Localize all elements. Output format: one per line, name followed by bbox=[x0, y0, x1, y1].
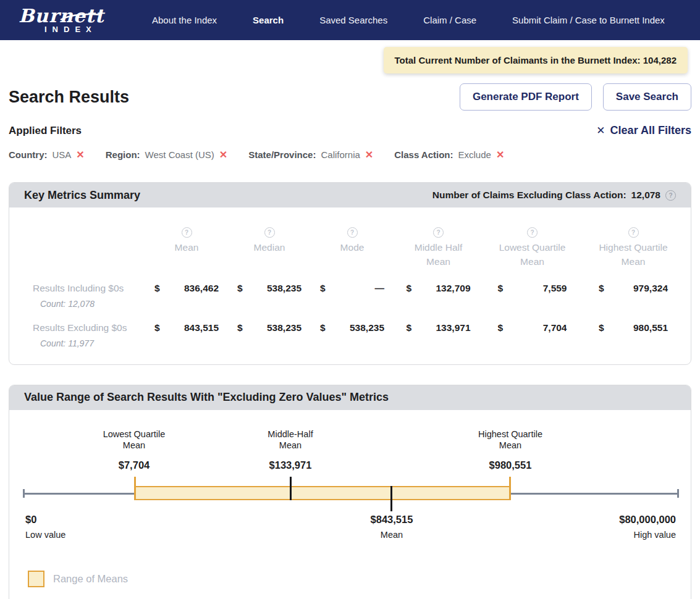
column-header-highest-quartile-mean: Highest Quartile Mean bbox=[596, 240, 670, 269]
currency-symbol: $ bbox=[599, 283, 604, 294]
filter-chip-country: Country: USA ✕ bbox=[9, 149, 85, 160]
top-nav: Burnett INDEX About the Index Search Sav… bbox=[0, 0, 700, 40]
axis-max-sub: High value bbox=[577, 530, 676, 540]
currency-symbol: $ bbox=[407, 283, 412, 294]
nav-item-submit-claim[interactable]: Submit Claim / Case to Burnett Index bbox=[512, 15, 665, 25]
filter-chip-state-province: State/Province: California ✕ bbox=[248, 149, 373, 160]
clear-all-x-icon: ✕ bbox=[596, 124, 605, 137]
column-header-median: Median bbox=[254, 240, 285, 254]
filter-label: Region: bbox=[106, 149, 140, 160]
metrics-header-row: ? Mean ? Median ? Mode ? Middle Half Mea… bbox=[22, 219, 691, 269]
column-header-middle-half-mean: Middle Half Mean bbox=[402, 240, 476, 269]
axis-min-sub: Low value bbox=[25, 530, 65, 540]
range-of-means-box bbox=[135, 486, 511, 500]
currency-symbol: $ bbox=[320, 283, 326, 294]
lowest-quartile-tick bbox=[134, 477, 136, 500]
currency-symbol: $ bbox=[498, 322, 504, 333]
claims-excluding-class-action: Number of Claims Excluding Class Action:… bbox=[432, 190, 676, 201]
marker-name: Highest Quartile Mean bbox=[476, 429, 544, 451]
cell-value-highest-quartile-mean: 980,551 bbox=[633, 322, 668, 333]
currency-symbol: $ bbox=[237, 322, 243, 333]
key-metrics-panel: Key Metrics Summary Number of Claims Exc… bbox=[9, 182, 691, 365]
currency-symbol: $ bbox=[154, 283, 160, 294]
clear-all-label: Clear All Filters bbox=[610, 124, 691, 137]
legend-label: Range of Means bbox=[53, 573, 128, 585]
filter-value: West Coast (US) bbox=[145, 149, 214, 160]
generate-pdf-report-button[interactable]: Generate PDF Report bbox=[460, 83, 592, 111]
filter-value: Exclude bbox=[458, 149, 491, 160]
filter-value: USA bbox=[53, 149, 72, 160]
mean-axis-value: $843,515 bbox=[342, 514, 441, 526]
marker-highest-quartile-mean: Highest Quartile Mean $980,551 bbox=[458, 429, 563, 471]
remove-filter-country-icon[interactable]: ✕ bbox=[76, 150, 84, 160]
mean-axis-sub: Mean bbox=[342, 530, 441, 540]
action-buttons: Generate PDF Report Save Search bbox=[460, 83, 691, 111]
range-of-means-swatch-icon bbox=[28, 571, 44, 587]
currency-symbol: $ bbox=[237, 283, 243, 294]
nav-item-saved-searches[interactable]: Saved Searches bbox=[319, 15, 387, 25]
clear-all-filters-button[interactable]: ✕ Clear All Filters bbox=[596, 124, 691, 137]
middle-half-mean-tick bbox=[290, 477, 292, 500]
marker-value: $133,971 bbox=[238, 459, 343, 471]
cell-value-median: 538,235 bbox=[267, 322, 302, 333]
filter-label: State/Province: bbox=[248, 149, 316, 160]
row-count: Count: 11,977 bbox=[40, 338, 145, 348]
page-title: Search Results bbox=[9, 88, 129, 107]
claims-help-icon[interactable]: ? bbox=[665, 190, 676, 201]
filter-chip-class-action: Class Action: Exclude ✕ bbox=[394, 149, 504, 160]
cell-value-median: 538,235 bbox=[267, 283, 302, 294]
cell-value-mode: — bbox=[375, 283, 385, 294]
row-label: Results Excluding $0s bbox=[33, 322, 145, 333]
chart-legend: Range of Means bbox=[28, 571, 128, 587]
highest-quartile-tick bbox=[509, 477, 511, 500]
column-header-mode: Mode bbox=[340, 240, 365, 254]
currency-symbol: $ bbox=[407, 322, 412, 333]
nav-item-search[interactable]: Search bbox=[253, 15, 284, 25]
mean-tick bbox=[390, 486, 392, 511]
currency-symbol: $ bbox=[320, 322, 326, 333]
applied-filters-heading: Applied Filters bbox=[9, 125, 82, 137]
claims-label: Number of Claims Excluding Class Action: bbox=[432, 190, 626, 201]
row-label: Results Including $0s bbox=[33, 283, 145, 294]
axis-max-value: $80,000,000 bbox=[577, 514, 676, 526]
mean-help-icon[interactable]: ? bbox=[182, 227, 192, 238]
save-search-button[interactable]: Save Search bbox=[603, 83, 691, 111]
value-range-panel: Value Range of Search Results With "Excl… bbox=[9, 385, 691, 599]
range-chart: Lowest Quartile Mean $7,704 Middle-Half … bbox=[9, 410, 691, 599]
table-row-excluding-zeros: Results Excluding $0s Count: 11,977 $843… bbox=[22, 322, 691, 348]
mode-help-icon[interactable]: ? bbox=[347, 227, 358, 238]
highest-quartile-mean-help-icon[interactable]: ? bbox=[628, 227, 639, 238]
marker-value: $980,551 bbox=[458, 459, 563, 471]
marker-middle-half-mean: Middle-Half Mean $133,971 bbox=[238, 429, 343, 471]
axis-cap-right bbox=[677, 489, 679, 498]
column-header-mean: Mean bbox=[175, 240, 199, 254]
filter-chips-row: Country: USA ✕ Region: West Coast (US) ✕… bbox=[9, 149, 691, 160]
filter-chip-region: Region: West Coast (US) ✕ bbox=[106, 149, 227, 160]
lowest-quartile-mean-help-icon[interactable]: ? bbox=[527, 227, 538, 238]
marker-value: $7,704 bbox=[82, 459, 187, 471]
remove-filter-class-action-icon[interactable]: ✕ bbox=[496, 150, 504, 160]
nav-item-about-the-index[interactable]: About the Index bbox=[152, 15, 217, 25]
axis-cap-left bbox=[23, 489, 25, 498]
cell-value-mean: 836,462 bbox=[184, 283, 219, 294]
nav-item-claim-case[interactable]: Claim / Case bbox=[423, 15, 476, 25]
currency-symbol: $ bbox=[154, 322, 160, 333]
column-header-lowest-quartile-mean: Lowest Quartile Mean bbox=[495, 240, 570, 269]
remove-filter-region-icon[interactable]: ✕ bbox=[219, 150, 227, 160]
burnett-index-logo[interactable]: Burnett INDEX bbox=[19, 7, 117, 34]
value-range-header: Value Range of Search Results With "Excl… bbox=[9, 385, 691, 410]
key-metrics-table: ? Mean ? Median ? Mode ? Middle Half Mea… bbox=[9, 207, 691, 364]
cell-value-middle-half-mean: 132,709 bbox=[436, 283, 470, 294]
marker-lowest-quartile-mean: Lowest Quartile Mean $7,704 bbox=[82, 429, 187, 471]
row-count: Count: 12,078 bbox=[40, 299, 145, 309]
value-range-title: Value Range of Search Results With "Excl… bbox=[24, 391, 389, 404]
marker-name: Lowest Quartile Mean bbox=[100, 429, 168, 451]
nav-items: About the Index Search Saved Searches Cl… bbox=[152, 15, 665, 25]
total-claimants-banner: Total Current Number of Claimants in the… bbox=[384, 47, 688, 73]
cell-value-lowest-quartile-mean: 7,704 bbox=[543, 322, 567, 333]
middle-half-mean-help-icon[interactable]: ? bbox=[433, 227, 444, 238]
filter-value: California bbox=[321, 149, 360, 160]
cell-value-mode: 538,235 bbox=[350, 322, 384, 333]
median-help-icon[interactable]: ? bbox=[264, 227, 275, 238]
remove-filter-state-icon[interactable]: ✕ bbox=[365, 150, 373, 160]
